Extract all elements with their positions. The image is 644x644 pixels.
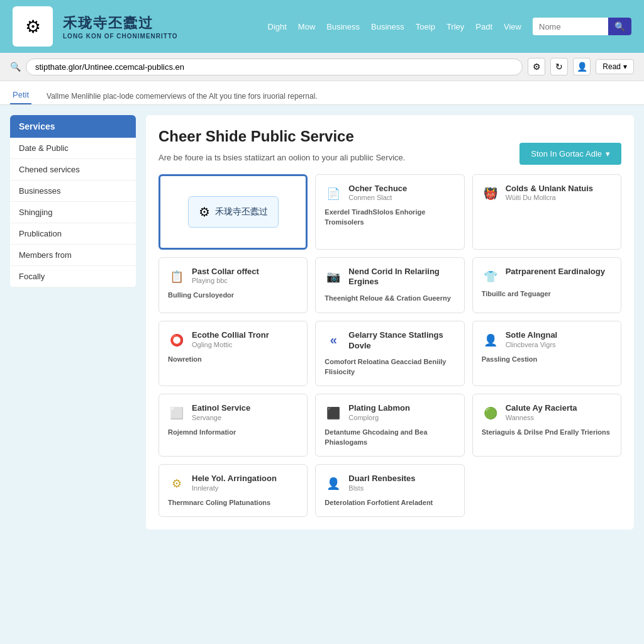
card-title-10: Calute Ay Racierta: [506, 403, 577, 414]
card-body-4: Tibuillc ard Teguager: [482, 289, 612, 299]
url-input[interactable]: [26, 58, 523, 75]
card-subtitle-12: Blsts: [348, 484, 415, 492]
card-body-7: Passling Cestion: [482, 355, 612, 364]
card-icon-11: ⚙: [168, 475, 186, 492]
card-subtitle-11: Innleraty: [192, 484, 277, 492]
card-calute-ay[interactable]: 🟢 Calute Ay Racierta Wanness Steriaguis …: [472, 394, 621, 457]
header-search-input[interactable]: [533, 18, 608, 35]
card-body-12: Deterolation Forfotient Areladent: [325, 498, 455, 508]
card-title-7: Sotle Alngnal: [506, 330, 558, 341]
page-description: Are be foure ia ts bsies statiizart an o…: [158, 152, 460, 164]
card-title-9: Plating Labmon: [348, 403, 410, 414]
card-body-0: Exerdel TiradhSlolos Enhorige Tromisoler…: [325, 208, 455, 227]
card-duarl-renbesites[interactable]: 👤 Duarl Renbesites Blsts Deterolation Fo…: [315, 464, 464, 517]
card-icon-0: 📄: [325, 185, 342, 203]
card-plating-labmon[interactable]: ⬛ Plating Labmon Complorg Detantume Ghco…: [315, 394, 464, 457]
card-subtitle-1: Wüiti Du Mollcra: [506, 194, 593, 201]
card-icon-8: ⬜: [168, 404, 186, 422]
card-icon-7: 👤: [482, 331, 499, 349]
sidebar-item-date-public[interactable]: Date & Public: [10, 138, 136, 159]
card-icon-2: 📋: [168, 268, 186, 286]
card-icon-10: 🟢: [482, 404, 499, 422]
chevron-down-icon: ▾: [606, 149, 610, 158]
card-gelarry-stance[interactable]: « Gelarry Stance Statlings Dovle Comofor…: [315, 321, 464, 387]
card-subtitle-2: Playing bbc: [192, 277, 259, 284]
browser-search-icon: 🔍: [10, 62, 21, 72]
card-subtitle-5: Ogling Mottic: [192, 341, 269, 348]
nav-business2[interactable]: Business: [371, 22, 404, 31]
card-body-6: Comofort Reloatina Geacciad Beniily Flis…: [325, 357, 455, 377]
card-nend-corid[interactable]: 📷 Nend Corid In Relariing Ergines Theeni…: [315, 257, 464, 313]
nav-view[interactable]: View: [504, 22, 521, 31]
card-icon-6: «: [325, 331, 342, 349]
nav-trley[interactable]: Trley: [447, 22, 464, 31]
card-ocher-techuce[interactable]: 📄 Ocher Techuce Conmen Slact Exerdel Tir…: [315, 174, 464, 250]
card-body-5: Nowretion: [168, 355, 298, 364]
card-body-10: Steriaguis & Drilse Pnd Erally Trierions: [482, 428, 612, 437]
card-ecothe-collial[interactable]: ⭕ Ecothe Collial Tronr Ogling Mottic Now…: [158, 321, 308, 387]
card-icon-4: 👕: [482, 268, 499, 286]
sidebar-item-businesses[interactable]: Businesses: [10, 180, 136, 202]
card-title-12: Duarl Renbesites: [348, 474, 415, 484]
card-title-8: Eatinol Service: [192, 403, 250, 414]
card-icon-5: ⭕: [168, 331, 186, 349]
sidebar-item-prublication[interactable]: Prublication: [10, 223, 136, 245]
card-sotle-alngnal[interactable]: 👤 Sotle Alngnal Clincbvera Vigrs Passlin…: [472, 321, 621, 387]
tab-petit[interactable]: Petit: [10, 86, 31, 104]
nav-toeip[interactable]: Toeip: [416, 22, 435, 31]
avatar-icon[interactable]: 👤: [573, 58, 591, 75]
card-body-8: Rojemnd Informatior: [168, 428, 298, 437]
org-title: 禾珑寺丕蠹过 LONG KON OF CHONIMENRITTO: [63, 14, 178, 40]
card-patrparenent[interactable]: 👕 Patrparenent Eardinalogy Tibuillc ard …: [472, 257, 621, 313]
card-past-collar[interactable]: 📋 Past Collar offect Playing bbc Bulling…: [158, 257, 308, 313]
site-header: ⚙ 禾珑寺丕蠹过 LONG KON OF CHONIMENRITTO Dight…: [0, 0, 644, 53]
card-colds-unlank[interactable]: 👹 Colds & Unlank Natuis Wüiti Du Mollcra: [472, 174, 621, 250]
nav-links: Dight Mow Business Business Toeip Trley …: [268, 18, 632, 35]
featured-card-inner: ⚙ 禾珑寺丕蠹过: [188, 196, 279, 228]
header-search-button[interactable]: 🔍: [608, 18, 631, 35]
card-title-4: Patrparenent Eardinalogy: [506, 267, 605, 277]
action-button[interactable]: Ston In Gortac Adle ▾: [519, 143, 621, 165]
card-eatinol-service[interactable]: ⬜ Eatinol Service Servange Rojemnd Infor…: [158, 394, 308, 457]
card-icon-12: 👤: [325, 475, 342, 492]
sidebar-item-focally[interactable]: Focally: [10, 266, 136, 287]
nav-padt[interactable]: Padt: [475, 22, 492, 31]
card-body-3: Theenight Reloue && Cration Gueerny: [325, 294, 455, 303]
sidebar-item-shingjing[interactable]: Shingjing: [10, 202, 136, 223]
sidebar-item-chened-services[interactable]: Chened services: [10, 159, 136, 180]
browser-bar: 🔍 ⚙ ↻ 👤 Read ▾: [0, 53, 644, 81]
card-title-0: Ocher Techuce: [348, 184, 407, 194]
featured-logo-text: 禾珑寺丕蠹过: [215, 206, 268, 218]
nav-mow[interactable]: Mow: [298, 22, 315, 31]
logo-box: ⚙: [13, 6, 53, 47]
sidebar-header: Services: [10, 115, 136, 138]
card-subtitle-10: Wanness: [506, 414, 577, 421]
read-button[interactable]: Read ▾: [596, 59, 634, 74]
cards-grid: ⚙ 禾珑寺丕蠹过 📄 Ocher Techuce Conmen Slact Ex…: [158, 174, 621, 518]
browser-icons: ⚙ ↻ 👤 Read ▾: [528, 58, 634, 75]
sidebar: Services Date & Public Chened services B…: [10, 115, 136, 287]
card-subtitle-7: Clincbvera Vigrs: [506, 341, 558, 348]
card-title-2: Past Collar offect: [192, 267, 259, 277]
card-hele-yol[interactable]: ⚙ Hele Yol. Arringatioon Innleraty Therm…: [158, 464, 308, 517]
card-icon-9: ⬛: [325, 404, 342, 422]
main-container: Services Date & Public Chened services B…: [0, 105, 644, 540]
tab-bar: Petit Vallme Menlihlie plac-lode comemer…: [0, 81, 644, 105]
settings-icon[interactable]: ⚙: [528, 58, 545, 75]
card-title-6: Gelarry Stance Statlings Dovle: [348, 330, 455, 352]
org-title-sub: LONG KON OF CHONIMENRITTO: [63, 33, 178, 40]
card-body-2: Bulling Cursloyedor: [168, 291, 298, 300]
card-title-11: Hele Yol. Arringatioon: [192, 474, 277, 484]
org-title-main: 禾珑寺丕蠹过: [63, 14, 178, 33]
card-title-1: Colds & Unlank Natuis: [506, 184, 593, 194]
refresh-icon[interactable]: ↻: [550, 58, 568, 75]
nav-business1[interactable]: Business: [326, 22, 360, 31]
logo-icon: ⚙: [25, 16, 41, 37]
content-area: Cheer Shide Public Service Are be foure …: [146, 115, 634, 530]
featured-logo-icon: ⚙: [199, 204, 210, 219]
sidebar-item-members-from[interactable]: Members from: [10, 245, 136, 266]
card-subtitle-0: Conmen Slact: [348, 194, 407, 201]
card-title-5: Ecothe Collial Tronr: [192, 330, 269, 341]
nav-dight[interactable]: Dight: [268, 22, 287, 31]
featured-card[interactable]: ⚙ 禾珑寺丕蠹过: [158, 174, 308, 250]
